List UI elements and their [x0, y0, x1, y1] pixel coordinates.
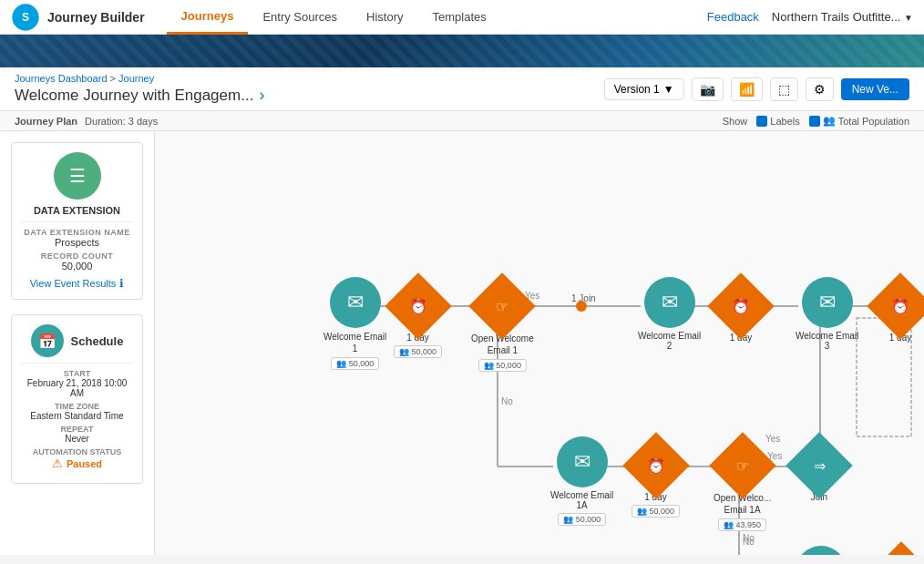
- node-label: Welcome Email2: [638, 331, 701, 351]
- version-chevron-icon: ▼: [663, 83, 674, 96]
- record-count-value: 50,000: [21, 261, 133, 272]
- top-nav: S Journey Builder Journeys Entry Sources…: [0, 0, 924, 35]
- schedule-title: Schedule: [71, 334, 124, 348]
- data-extension-section: ☰ DATA EXTENSION DATA EXTENSION NAME Pro…: [11, 142, 143, 300]
- node-badge: 👥 50,000: [478, 359, 527, 372]
- node-welcome-email-2[interactable]: ✉ Welcome Email2: [638, 277, 701, 351]
- flow-container: Yes No: [164, 140, 924, 555]
- automation-status-label: AUTOMATION STATUS: [21, 447, 133, 456]
- labels-checkbox-label[interactable]: Labels: [756, 116, 799, 127]
- show-label: Show: [723, 116, 748, 127]
- node-join-row2[interactable]: ⇒ Join: [796, 442, 843, 502]
- node-badge: 👥 50,000: [558, 513, 606, 526]
- canvas[interactable]: Yes No: [155, 131, 924, 555]
- svg-text:No: No: [501, 396, 513, 406]
- population-checkbox[interactable]: [809, 116, 820, 127]
- yes-label-row2: Yes: [765, 434, 780, 444]
- camera-button[interactable]: 📷: [692, 77, 724, 101]
- join-dot: [576, 301, 587, 312]
- population-text: Total Population: [838, 116, 909, 127]
- node-1day-3[interactable]: ⏰ 1 day: [877, 282, 924, 343]
- plan-bar: Journey Plan Duration: 3 days Show Label…: [0, 111, 924, 131]
- data-extension-title: DATA EXTENSION: [21, 205, 133, 216]
- record-count-label: RECORD COUNT: [21, 251, 133, 261]
- version-button[interactable]: Version 1 ▼: [604, 78, 684, 100]
- node-1day-row3[interactable]: ⏰ 1 day 👥 43,950: [877, 551, 924, 555]
- view-event-results-link[interactable]: View Event Results: [30, 278, 117, 289]
- node-label: Welcome Email1A: [550, 490, 613, 510]
- app-title: Journey Builder: [47, 10, 145, 25]
- node-welcome-email-3[interactable]: ✉ Welcome Email3: [796, 277, 858, 351]
- node-badge: 👥 50,000: [394, 345, 442, 358]
- no-label-row2: No: [743, 537, 755, 547]
- start-value: February 21, 2018 10:00 AM: [21, 378, 133, 398]
- banner: [0, 35, 924, 67]
- schedule-icon: 📅: [31, 324, 64, 357]
- automation-status-value: ⚠ Paused: [21, 456, 133, 470]
- nav-right: Feedback Northern Trails Outfitte... ▼: [707, 10, 913, 24]
- node-badge: 👥 50,000: [631, 505, 680, 518]
- page-title: Welcome Journey with Engagem...: [15, 87, 253, 105]
- title-bar: Journeys Dashboard > Journey Welcome Jou…: [0, 67, 924, 111]
- node-label: Welcome Email1: [323, 331, 386, 354]
- settings-button[interactable]: ⚙: [806, 77, 834, 101]
- node-1day-1[interactable]: ⏰ 1 day 👥 50,000: [394, 282, 442, 358]
- population-icon: 👥: [823, 115, 836, 127]
- node-welcome-ad-campaign[interactable]: 👥 Welcome AdCampaign 👥 43,950: [796, 546, 847, 555]
- title-actions: Version 1 ▼ 📷 📶 ⬚ ⚙ New Ve...: [604, 77, 909, 101]
- journey-plan-label: Journey Plan: [15, 116, 77, 127]
- data-ext-name-value: Prospects: [21, 237, 133, 248]
- salesforce-logo: S: [11, 3, 40, 32]
- share-button[interactable]: ⬚: [770, 77, 798, 101]
- feedback-link[interactable]: Feedback: [707, 10, 759, 24]
- node-1day-row2[interactable]: ⏰ 1 day 👥 50,000: [631, 442, 680, 518]
- node-open-welcome-email-1[interactable]: ☞ Open WelcomeEmail 1 👥 50,000: [471, 282, 534, 372]
- repeat-value: Never: [21, 434, 133, 444]
- main-content: ☰ DATA EXTENSION DATA EXTENSION NAME Pro…: [0, 131, 924, 555]
- tab-history[interactable]: History: [352, 0, 417, 35]
- tab-templates[interactable]: Templates: [418, 0, 501, 35]
- tab-entry-sources[interactable]: Entry Sources: [248, 0, 352, 35]
- timezone-value: Eastern Standard Time: [21, 411, 133, 421]
- node-welcome-email-1[interactable]: ✉ Welcome Email1 👥 50,000: [323, 277, 386, 370]
- title-chevron-icon[interactable]: ›: [259, 86, 264, 105]
- account-chevron-icon: ▼: [904, 13, 913, 23]
- svg-text:S: S: [22, 11, 29, 24]
- repeat-label: REPEAT: [21, 425, 133, 434]
- breadcrumb[interactable]: Journeys Dashboard > Journey: [15, 73, 264, 84]
- data-ext-name-label: DATA EXTENSION NAME: [21, 228, 133, 237]
- nav-tabs: Journeys Entry Sources History Templates: [167, 0, 501, 35]
- population-checkbox-label[interactable]: 👥 Total Population: [809, 115, 909, 127]
- tab-journeys[interactable]: Journeys: [167, 0, 249, 35]
- node-badge: 👥 50,000: [331, 357, 379, 370]
- paused-warning-icon: ⚠: [52, 456, 63, 470]
- node-open-welcome-email-1a[interactable]: ☞ Open Welco...Email 1A 👥 43,950: [714, 442, 771, 531]
- schedule-section: 📅 Schedule START February 21, 2018 10:00…: [11, 314, 143, 484]
- start-label: START: [21, 369, 133, 378]
- labels-checkbox[interactable]: [756, 116, 767, 127]
- node-welcome-email-1a[interactable]: ✉ Welcome Email1A 👥 50,000: [550, 436, 613, 526]
- signal-button[interactable]: 📶: [731, 77, 763, 101]
- labels-text: Labels: [770, 116, 799, 127]
- node-label: Welcome Email3: [796, 331, 858, 351]
- node-badge: 👥 43,950: [718, 518, 766, 531]
- info-icon[interactable]: ℹ: [119, 277, 124, 290]
- timezone-label: TIME ZONE: [21, 402, 133, 411]
- new-version-button[interactable]: New Ve...: [841, 78, 909, 100]
- journey-duration: Duration: 3 days: [85, 116, 158, 127]
- node-1day-2[interactable]: ⏰ 1 day: [717, 282, 765, 343]
- data-extension-icon: ☰: [54, 152, 101, 200]
- left-panel: ☰ DATA EXTENSION DATA EXTENSION NAME Pro…: [0, 131, 155, 555]
- account-selector[interactable]: Northern Trails Outfitte... ▼: [772, 10, 913, 24]
